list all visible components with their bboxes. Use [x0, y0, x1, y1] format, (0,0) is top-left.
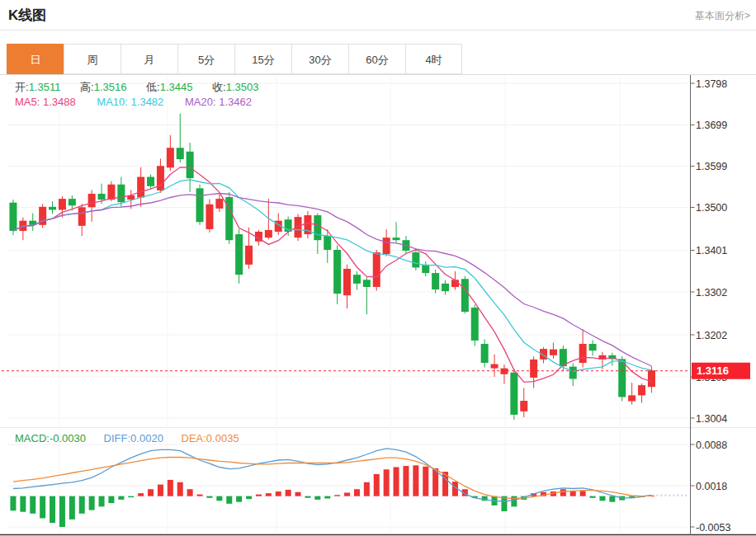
- axis-tick-label: 0.0088: [696, 440, 727, 451]
- axis-tick-label: 1.3599: [696, 161, 727, 172]
- page-title: K线图: [8, 6, 46, 25]
- chart-area[interactable]: 1.37981.36991.35991.35001.34011.33021.32…: [0, 75, 756, 536]
- tab-15min[interactable]: 15分: [234, 44, 291, 74]
- kline-svg: 1.37981.36991.35991.35001.34011.33021.32…: [0, 75, 756, 536]
- axis-tick-label: 1.3500: [696, 202, 727, 214]
- axis-tick-label: 0.0018: [696, 481, 727, 492]
- tab-day[interactable]: 日: [7, 44, 64, 74]
- axis-tick-label: 1.3699: [696, 120, 727, 131]
- axis-tick-label: 1.3004: [696, 413, 727, 425]
- tab-month[interactable]: 月: [120, 44, 177, 74]
- axis-tick-label: 1.3798: [696, 78, 727, 90]
- axis-tick-label: 1.3302: [696, 287, 727, 299]
- tab-5min[interactable]: 5分: [177, 44, 234, 74]
- tab-4hour[interactable]: 4时: [405, 44, 462, 74]
- current-price-value: 1.3116: [697, 364, 729, 377]
- kline-page: K线图 基本面分析> 日 周 月 5分 15分 30分 60分 4时 1.379…: [0, 0, 756, 536]
- current-price-badge: 1.3116: [692, 363, 750, 379]
- tab-30min[interactable]: 30分: [291, 44, 348, 74]
- gridlines: [8, 77, 687, 534]
- fundamental-analysis-link[interactable]: 基本面分析>: [695, 9, 750, 23]
- tab-week[interactable]: 周: [64, 44, 120, 74]
- candles-layer: [9, 114, 655, 420]
- interval-tabbar: 日 周 月 5分 15分 30分 60分 4时: [0, 31, 756, 75]
- ma20-line: [13, 194, 652, 367]
- axis-labels: 1.37981.36991.35991.35001.34011.33021.32…: [691, 78, 731, 534]
- dea-line: [13, 458, 652, 499]
- page-header: K线图 基本面分析>: [0, 0, 756, 31]
- axis-tick-label: -0.0053: [696, 522, 730, 534]
- tab-60min[interactable]: 60分: [348, 44, 405, 74]
- axis-tick-label: 1.3202: [696, 330, 727, 341]
- axis-tick-label: 1.3401: [696, 245, 727, 256]
